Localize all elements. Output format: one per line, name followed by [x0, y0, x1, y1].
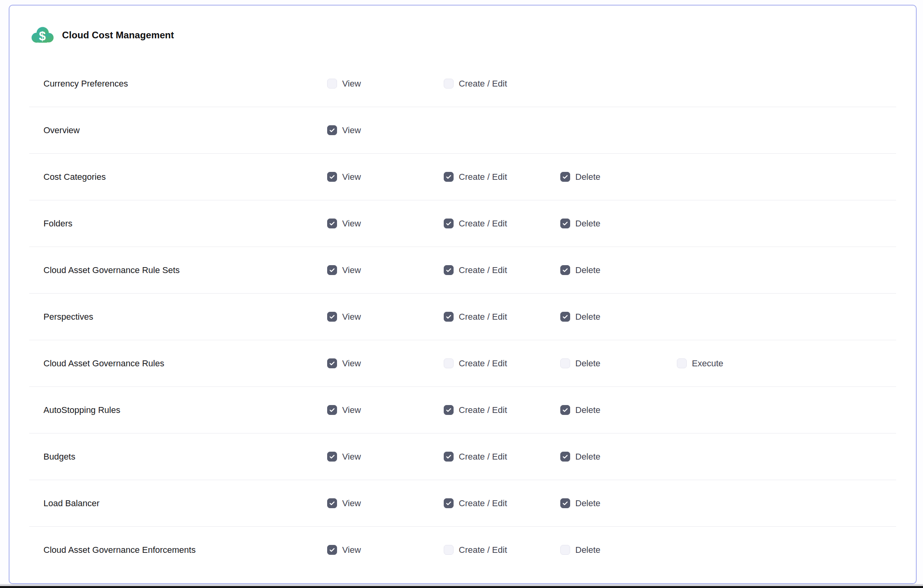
permission-label: Create / Edit — [459, 312, 507, 322]
permission-option[interactable]: Delete — [560, 452, 601, 462]
module-header: $ Cloud Cost Management — [9, 6, 916, 60]
check-icon — [445, 453, 452, 460]
check-icon — [445, 500, 452, 507]
permission-checkbox[interactable] — [444, 265, 454, 275]
permission-label: View — [342, 172, 361, 182]
permission-option[interactable]: View — [327, 172, 361, 182]
permission-checkbox[interactable] — [560, 498, 570, 508]
permission-row: Load Balancer View Create / Edit Delete — [29, 480, 896, 527]
permission-label: Delete — [575, 358, 601, 369]
permission-checkbox[interactable] — [327, 498, 337, 508]
permission-checkbox[interactable] — [560, 312, 570, 322]
permission-row: Folders View Create / Edit Delete — [29, 200, 896, 247]
permission-option[interactable]: Delete — [560, 358, 601, 369]
permission-label: View — [342, 265, 361, 275]
permission-checkbox[interactable] — [327, 79, 337, 89]
resource-label: Cloud Asset Governance Rule Sets — [43, 265, 180, 275]
permission-checkbox[interactable] — [444, 172, 454, 182]
permission-option[interactable]: View — [327, 405, 361, 415]
resource-label-cell: Cost Categories — [29, 172, 327, 182]
permission-option[interactable]: Delete — [560, 405, 601, 415]
permission-checkbox[interactable] — [560, 265, 570, 275]
permission-row: Overview View — [29, 107, 896, 154]
permission-checkbox[interactable] — [560, 219, 570, 228]
permission-option[interactable]: Create / Edit — [444, 498, 507, 509]
permission-checkbox[interactable] — [444, 358, 454, 368]
permission-option[interactable]: View — [327, 265, 361, 275]
permission-label: Create / Edit — [459, 358, 507, 369]
permission-option[interactable]: Create / Edit — [444, 405, 507, 415]
permission-option[interactable]: Create / Edit — [444, 545, 507, 555]
permission-checkbox[interactable] — [327, 405, 337, 415]
permission-checkbox[interactable] — [327, 219, 337, 228]
permission-label: Create / Edit — [459, 219, 507, 229]
permission-checkbox[interactable] — [327, 452, 337, 462]
permission-checkbox[interactable] — [444, 79, 454, 89]
check-icon — [329, 547, 335, 553]
resource-label: Cloud Asset Governance Enforcements — [43, 545, 196, 555]
svg-text:$: $ — [39, 29, 45, 43]
permission-label: Create / Edit — [459, 498, 507, 509]
permission-checkbox[interactable] — [444, 452, 454, 462]
check-icon — [329, 173, 335, 180]
permission-option[interactable]: Create / Edit — [444, 452, 507, 462]
permission-option[interactable]: Create / Edit — [444, 172, 507, 182]
permission-checkbox[interactable] — [327, 312, 337, 322]
permission-checkbox[interactable] — [327, 125, 337, 135]
check-icon — [445, 173, 452, 180]
permission-label: Create / Edit — [459, 452, 507, 462]
permission-option[interactable]: View — [327, 219, 361, 229]
permission-checkbox[interactable] — [677, 358, 687, 368]
resource-label: Cost Categories — [43, 172, 106, 182]
permission-checkbox[interactable] — [560, 172, 570, 182]
permission-option[interactable]: View — [327, 79, 361, 89]
permission-option[interactable]: Create / Edit — [444, 79, 507, 89]
permission-option[interactable]: View — [327, 452, 361, 462]
permission-option[interactable]: Create / Edit — [444, 358, 507, 369]
permission-checkbox[interactable] — [560, 452, 570, 462]
permission-checkbox[interactable] — [560, 545, 570, 555]
check-icon — [329, 360, 335, 367]
permission-option[interactable]: Create / Edit — [444, 219, 507, 229]
permission-row: AutoStopping Rules View Create / Edit De… — [29, 387, 896, 433]
permission-checkbox[interactable] — [444, 405, 454, 415]
permission-option[interactable]: View — [327, 545, 361, 555]
permission-label: Execute — [692, 358, 723, 369]
resource-label-cell: Cloud Asset Governance Enforcements — [29, 545, 327, 555]
permission-option[interactable]: View — [327, 125, 361, 136]
permission-checkbox[interactable] — [444, 219, 454, 228]
permission-option[interactable]: Delete — [560, 312, 601, 322]
permission-checkbox[interactable] — [327, 358, 337, 368]
permission-checkbox[interactable] — [327, 265, 337, 275]
permission-checkbox[interactable] — [444, 312, 454, 322]
permission-row: Cost Categories View Create / Edit Delet… — [29, 154, 896, 200]
permission-option[interactable]: Delete — [560, 545, 601, 555]
permission-option[interactable]: Create / Edit — [444, 265, 507, 275]
resource-label-cell: Cloud Asset Governance Rules — [29, 358, 327, 369]
permission-option[interactable]: Delete — [560, 498, 601, 509]
permission-option[interactable]: Delete — [560, 219, 601, 229]
permission-checkbox[interactable] — [444, 545, 454, 555]
check-icon — [562, 500, 569, 507]
permission-option[interactable]: Delete — [560, 265, 601, 275]
check-icon — [445, 407, 452, 413]
permission-option[interactable]: View — [327, 498, 361, 509]
permission-checkbox[interactable] — [327, 172, 337, 182]
permission-label: View — [342, 498, 361, 509]
check-icon — [445, 267, 452, 273]
check-icon — [562, 267, 569, 273]
permission-label: Delete — [575, 452, 601, 462]
permission-checkbox[interactable] — [560, 358, 570, 368]
permission-option[interactable]: View — [327, 312, 361, 322]
permission-option[interactable]: View — [327, 358, 361, 369]
permission-checkbox[interactable] — [560, 405, 570, 415]
check-icon — [445, 313, 452, 320]
permission-checkbox[interactable] — [327, 545, 337, 555]
permission-checkbox[interactable] — [444, 498, 454, 508]
permission-option[interactable]: Execute — [677, 358, 723, 369]
check-icon — [562, 313, 569, 320]
permission-option[interactable]: Create / Edit — [444, 312, 507, 322]
permission-option[interactable]: Delete — [560, 172, 601, 182]
permission-label: Delete — [575, 265, 601, 275]
permission-label: Create / Edit — [459, 265, 507, 275]
